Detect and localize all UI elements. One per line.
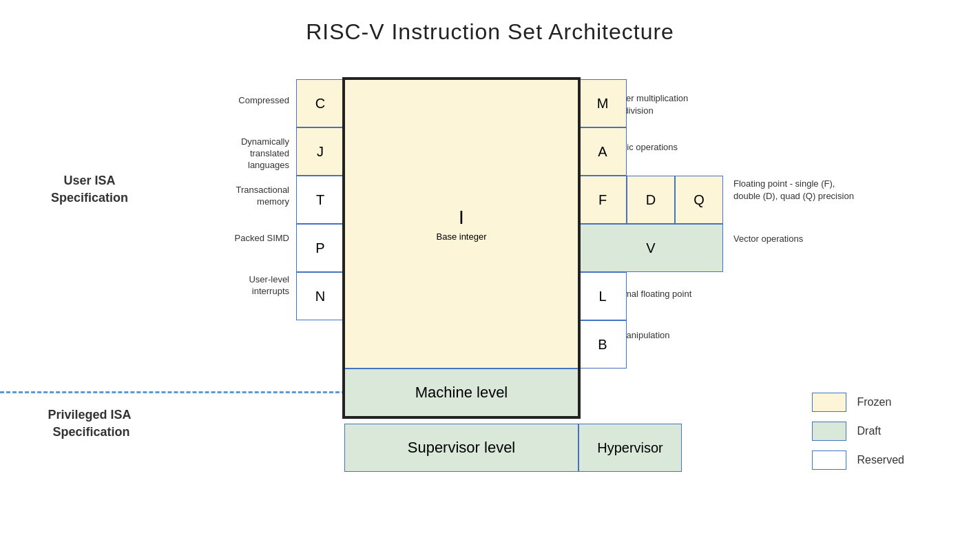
box-p: P: [296, 224, 344, 272]
box-f: F: [578, 176, 627, 224]
box-machine-level: Machine level: [344, 369, 578, 417]
box-d: D: [627, 176, 675, 224]
box-v: V: [578, 224, 723, 272]
label-transactional: Transactionalmemory: [207, 185, 289, 208]
box-j: J: [296, 127, 344, 176]
privileged-isa-label: Privileged ISA Specification: [34, 406, 145, 441]
legend-reserved-box: [812, 450, 846, 470]
box-b: B: [578, 320, 627, 369]
label-m: Integer multiplicationand division: [606, 92, 744, 117]
legend: Frozen Draft Reserved: [812, 393, 904, 479]
box-q: Q: [675, 176, 723, 224]
box-n: N: [296, 272, 344, 320]
label-a: Atomic operations: [606, 141, 744, 154]
label-l: Decimal floating point: [606, 288, 744, 300]
box-c: C: [296, 79, 344, 127]
box-supervisor-level: Supervisor level: [344, 424, 578, 472]
legend-frozen-label: Frozen: [857, 396, 892, 408]
dashed-divider: [0, 391, 358, 393]
legend-draft-label: Draft: [857, 425, 882, 437]
box-t: T: [296, 176, 344, 224]
legend-draft: Draft: [812, 422, 904, 441]
legend-draft-box: [812, 422, 846, 441]
box-a: A: [578, 127, 627, 176]
box-l: L: [578, 272, 627, 320]
legend-reserved: Reserved: [812, 450, 904, 470]
label-packed: Packed SIMD: [207, 233, 289, 245]
label-b: Bit manipulation: [606, 329, 744, 342]
user-isa-label: User ISASpecification: [34, 172, 145, 207]
label-user-level: User-levelinterrupts: [207, 274, 289, 298]
label-compressed: Compressed: [207, 95, 289, 107]
legend-frozen: Frozen: [812, 393, 904, 412]
label-fdq: Floating point - single (F),double (D), …: [733, 178, 913, 203]
box-i: I Base integer: [344, 79, 578, 369]
label-v: Vector operations: [733, 233, 871, 245]
label-dynamically: Dynamicallytranslatedlanguages: [207, 136, 289, 172]
diagram-container: User ISASpecification Privileged ISA Spe…: [0, 62, 980, 560]
box-m: M: [578, 79, 627, 127]
box-hypervisor: Hypervisor: [578, 424, 682, 472]
legend-frozen-box: [812, 393, 846, 412]
legend-reserved-label: Reserved: [857, 454, 904, 466]
page-title: RISC-V Instruction Set Architecture: [0, 0, 980, 45]
